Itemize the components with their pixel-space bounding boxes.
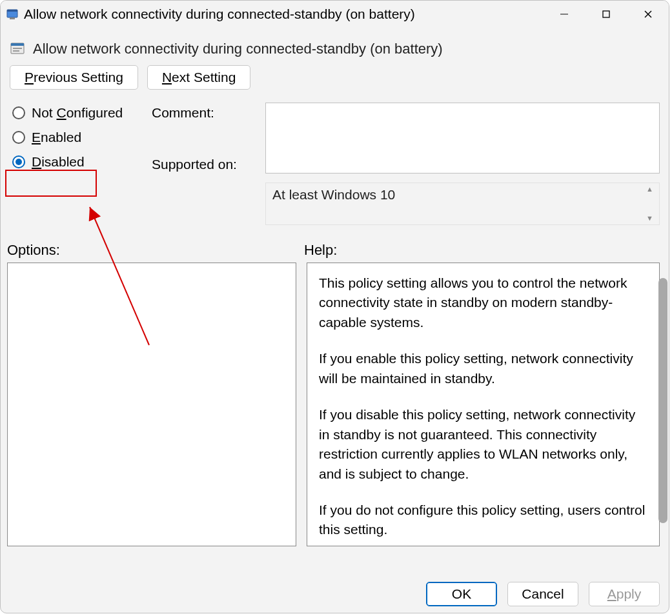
upper-grid: Not Configured Enabled Disabled Comment:… bbox=[1, 99, 669, 225]
field-values: At least Windows 10 ▲ ▼ bbox=[265, 103, 660, 225]
help-panel: This policy setting allows you to contro… bbox=[307, 263, 660, 546]
cancel-button[interactable]: Cancel bbox=[507, 582, 578, 606]
svg-rect-1 bbox=[7, 10, 17, 12]
radio-icon bbox=[12, 131, 25, 144]
app-icon bbox=[6, 8, 19, 21]
apply-button[interactable]: Apply bbox=[589, 582, 660, 606]
policy-icon bbox=[10, 41, 25, 57]
radio-not-configured[interactable]: Not Configured bbox=[10, 105, 148, 121]
window-controls bbox=[543, 1, 669, 28]
radio-label: Not Configured bbox=[32, 105, 123, 121]
section-labels: Options: Help: bbox=[1, 225, 669, 263]
help-paragraph: If you do not configure this policy sett… bbox=[319, 501, 647, 540]
next-label-rest: ext Setting bbox=[172, 70, 236, 84]
radio-icon bbox=[12, 106, 25, 119]
close-button[interactable] bbox=[627, 1, 669, 28]
state-radio-group: Not Configured Enabled Disabled bbox=[10, 103, 148, 225]
previous-setting-button[interactable]: Previous Setting bbox=[10, 65, 138, 90]
supported-scroll[interactable]: ▲ ▼ bbox=[646, 186, 657, 222]
titlebar: Allow network connectivity during connec… bbox=[1, 1, 669, 28]
radio-disabled[interactable]: Disabled bbox=[10, 154, 148, 170]
panels: This policy setting allows you to contro… bbox=[1, 263, 669, 546]
options-section-label: Options: bbox=[7, 242, 304, 259]
radio-label: Enabled bbox=[32, 130, 81, 145]
vertical-scrollbar-thumb[interactable] bbox=[658, 278, 667, 523]
svg-rect-10 bbox=[13, 50, 19, 52]
radio-label: Disabled bbox=[32, 154, 85, 170]
svg-rect-9 bbox=[13, 48, 22, 49]
radio-icon bbox=[12, 155, 25, 168]
apply-mnemonic: A bbox=[607, 586, 616, 601]
policy-header: Allow network connectivity during connec… bbox=[1, 28, 669, 61]
minimize-button[interactable] bbox=[543, 1, 585, 28]
comment-label: Comment: bbox=[152, 105, 261, 121]
comment-textarea[interactable] bbox=[265, 103, 660, 174]
scroll-down-icon: ▼ bbox=[646, 215, 657, 222]
prev-label-rest: revious Setting bbox=[34, 70, 123, 84]
maximize-button[interactable] bbox=[585, 1, 627, 28]
help-paragraph: If you enable this policy setting, netwo… bbox=[319, 349, 647, 388]
help-paragraph: This policy setting allows you to contro… bbox=[319, 273, 647, 332]
apply-rest: pply bbox=[616, 586, 642, 601]
svg-rect-2 bbox=[10, 17, 15, 19]
svg-rect-4 bbox=[603, 11, 609, 17]
svg-rect-8 bbox=[11, 43, 24, 46]
options-panel bbox=[7, 263, 296, 546]
scroll-up-icon: ▲ bbox=[646, 186, 657, 193]
nav-buttons: Previous Setting Next Setting bbox=[1, 61, 669, 99]
policy-title: Allow network connectivity during connec… bbox=[33, 41, 443, 57]
next-setting-button[interactable]: Next Setting bbox=[147, 65, 250, 90]
window-title: Allow network connectivity during connec… bbox=[24, 6, 543, 22]
group-policy-dialog: Allow network connectivity during connec… bbox=[0, 0, 669, 613]
radio-enabled[interactable]: Enabled bbox=[10, 130, 148, 145]
dialog-buttons: OK Cancel Apply bbox=[426, 582, 660, 606]
ok-button[interactable]: OK bbox=[426, 582, 497, 606]
supported-on-value: At least Windows 10 bbox=[272, 187, 395, 202]
help-section-label: Help: bbox=[304, 242, 660, 259]
help-paragraph: If you disable this policy setting, netw… bbox=[319, 405, 647, 484]
field-labels: Comment: Supported on: bbox=[152, 103, 261, 225]
supported-on-field[interactable]: At least Windows 10 ▲ ▼ bbox=[265, 183, 660, 225]
supported-on-label: Supported on: bbox=[152, 157, 261, 172]
